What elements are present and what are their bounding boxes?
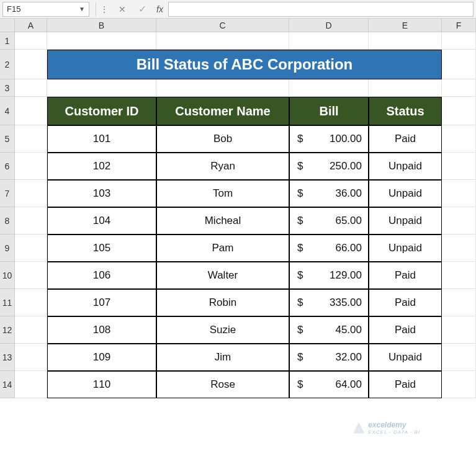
cell-customer-id[interactable]: 101	[47, 125, 156, 153]
cell-bill[interactable]: $335.00	[289, 289, 369, 316]
cell-customer-id[interactable]: 109	[47, 344, 156, 371]
cell[interactable]	[156, 32, 289, 50]
cancel-icon[interactable]: ✕	[119, 4, 126, 14]
cell-customer-id[interactable]: 108	[47, 316, 156, 344]
row-header[interactable]: 6	[0, 153, 15, 180]
cell[interactable]	[442, 180, 476, 207]
cell[interactable]	[442, 125, 476, 153]
cell[interactable]	[15, 32, 47, 50]
cell-customer-name[interactable]: Walter	[156, 262, 289, 289]
table-header-customer-id[interactable]: Customer ID	[47, 97, 156, 125]
row-header[interactable]: 1	[0, 32, 15, 50]
cell[interactable]	[289, 79, 369, 97]
cell[interactable]	[369, 32, 442, 50]
table-header-bill[interactable]: Bill	[289, 97, 369, 125]
cell-customer-id[interactable]: 104	[47, 207, 156, 234]
cell-customer-name[interactable]: Tom	[156, 180, 289, 207]
cell-customer-id[interactable]: 110	[47, 371, 156, 398]
row-header[interactable]: 9	[0, 234, 15, 262]
row-header[interactable]: 11	[0, 289, 15, 316]
cell[interactable]	[156, 79, 289, 97]
cell[interactable]	[442, 32, 476, 50]
cell-status[interactable]: Paid	[369, 289, 442, 316]
cell-customer-name[interactable]: Ryan	[156, 153, 289, 180]
table-header-customer-name[interactable]: Customer Name	[156, 97, 289, 125]
cell[interactable]	[442, 207, 476, 234]
enter-icon[interactable]: ✓	[138, 3, 146, 15]
cell-customer-name[interactable]: Bob	[156, 125, 289, 153]
cell-status[interactable]: Unpaid	[369, 207, 442, 234]
cell-customer-id[interactable]: 107	[47, 289, 156, 316]
cell-customer-name[interactable]: Robin	[156, 289, 289, 316]
row-header[interactable]: 4	[0, 97, 15, 125]
cell-status[interactable]: Paid	[369, 371, 442, 398]
cell-bill[interactable]: $64.00	[289, 371, 369, 398]
title-cell[interactable]: Bill Status of ABC Corporation	[47, 50, 442, 79]
cell[interactable]	[15, 344, 47, 371]
cell-customer-name[interactable]: Pam	[156, 234, 289, 262]
cell[interactable]	[369, 79, 442, 97]
cell[interactable]	[289, 32, 369, 50]
cell[interactable]	[442, 79, 476, 97]
column-header[interactable]: A	[15, 19, 47, 32]
fx-icon[interactable]: fx	[156, 4, 163, 14]
cell[interactable]	[15, 207, 47, 234]
cell-bill[interactable]: $129.00	[289, 262, 369, 289]
cell[interactable]	[15, 180, 47, 207]
row-header[interactable]: 14	[0, 371, 15, 398]
cell-bill[interactable]: $66.00	[289, 234, 369, 262]
cell[interactable]	[442, 289, 476, 316]
select-all-corner[interactable]	[0, 19, 15, 32]
cell[interactable]	[442, 262, 476, 289]
cell[interactable]	[15, 153, 47, 180]
row-header[interactable]: 8	[0, 207, 15, 234]
cell-customer-name[interactable]: Suzie	[156, 316, 289, 344]
cell-bill[interactable]: $65.00	[289, 207, 369, 234]
cell[interactable]	[442, 50, 476, 79]
column-header[interactable]: D	[289, 19, 369, 32]
chevron-down-icon[interactable]: ▼	[79, 6, 85, 12]
cell-status[interactable]: Unpaid	[369, 180, 442, 207]
cell[interactable]	[15, 371, 47, 398]
column-header[interactable]: F	[442, 19, 476, 32]
cell[interactable]	[15, 262, 47, 289]
cell-customer-id[interactable]: 106	[47, 262, 156, 289]
cell[interactable]	[442, 316, 476, 344]
cell-status[interactable]: Unpaid	[369, 234, 442, 262]
cell[interactable]	[15, 50, 47, 79]
cell[interactable]	[442, 234, 476, 262]
column-header[interactable]: E	[369, 19, 442, 32]
cell[interactable]	[15, 316, 47, 344]
cell-status[interactable]: Unpaid	[369, 153, 442, 180]
cell[interactable]	[442, 371, 476, 398]
row-header[interactable]: 7	[0, 180, 15, 207]
cell-status[interactable]: Paid	[369, 125, 442, 153]
cell[interactable]	[442, 97, 476, 125]
cell-bill[interactable]: $250.00	[289, 153, 369, 180]
row-header[interactable]: 3	[0, 79, 15, 97]
cell-status[interactable]: Paid	[369, 262, 442, 289]
row-header[interactable]: 10	[0, 262, 15, 289]
cell-status[interactable]: Paid	[369, 316, 442, 344]
column-header[interactable]: B	[47, 19, 156, 32]
cell[interactable]	[47, 79, 156, 97]
row-header[interactable]: 13	[0, 344, 15, 371]
cell-status[interactable]: Unpaid	[369, 344, 442, 371]
formula-input[interactable]	[168, 2, 474, 17]
name-box[interactable]: F15 ▼	[2, 2, 89, 17]
cell[interactable]	[15, 234, 47, 262]
cell-customer-id[interactable]: 102	[47, 153, 156, 180]
cell-customer-name[interactable]: Micheal	[156, 207, 289, 234]
cell[interactable]	[15, 79, 47, 97]
cell-customer-name[interactable]: Jim	[156, 344, 289, 371]
table-header-status[interactable]: Status	[369, 97, 442, 125]
column-header[interactable]: C	[156, 19, 289, 32]
cell[interactable]	[442, 344, 476, 371]
cell[interactable]	[15, 289, 47, 316]
cell-bill[interactable]: $45.00	[289, 316, 369, 344]
cell-customer-name[interactable]: Rose	[156, 371, 289, 398]
cell-bill[interactable]: $36.00	[289, 180, 369, 207]
cell[interactable]	[47, 32, 156, 50]
cell[interactable]	[442, 153, 476, 180]
cell[interactable]	[15, 125, 47, 153]
